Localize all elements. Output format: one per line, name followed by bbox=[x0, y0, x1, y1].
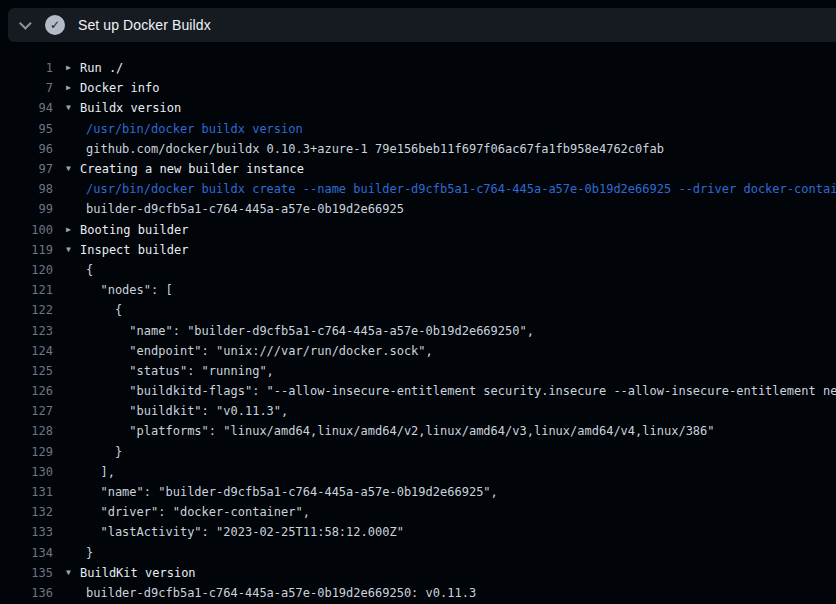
group-label: Docker info bbox=[80, 81, 159, 95]
line-number[interactable]: 134 bbox=[0, 546, 53, 560]
log-line: 95/usr/bin/docker buildx version bbox=[0, 119, 836, 139]
line-number[interactable]: 131 bbox=[0, 485, 53, 499]
output-text: "driver": "docker-container", bbox=[86, 505, 310, 519]
log-line: 134} bbox=[0, 543, 836, 563]
output-text: builder-d9cfb5a1-c764-445a-a57e-0b19d2e6… bbox=[86, 202, 404, 216]
log-line: 126 "buildkitd-flags": "--allow-insecure… bbox=[0, 381, 836, 401]
output-text: github.com/docker/buildx 0.10.3+azure-1 … bbox=[86, 142, 664, 156]
log-line: 121 "nodes": [ bbox=[0, 280, 836, 300]
output-text: "buildkit": "v0.11.3", bbox=[86, 404, 288, 418]
group-label: Booting builder bbox=[80, 223, 188, 237]
line-number[interactable]: 126 bbox=[0, 384, 53, 398]
line-number[interactable]: 119 bbox=[0, 243, 53, 257]
line-number[interactable]: 98 bbox=[0, 182, 53, 196]
line-number[interactable]: 136 bbox=[0, 586, 53, 600]
log-group-row[interactable]: 1▶Run ./ bbox=[0, 58, 836, 78]
line-number[interactable]: 96 bbox=[0, 142, 53, 156]
log-line: 136builder-d9cfb5a1-c764-445a-a57e-0b19d… bbox=[0, 583, 836, 603]
output-text: "status": "running", bbox=[86, 364, 274, 378]
group-label: BuildKit version bbox=[80, 566, 196, 580]
output-text: "platforms": "linux/amd64,linux/amd64/v2… bbox=[86, 424, 715, 438]
group-label: Buildx version bbox=[80, 101, 181, 115]
line-number[interactable]: 123 bbox=[0, 324, 53, 338]
line-number[interactable]: 97 bbox=[0, 162, 53, 176]
line-number[interactable]: 132 bbox=[0, 505, 53, 519]
line-number[interactable]: 121 bbox=[0, 283, 53, 297]
output-text: "endpoint": "unix:///var/run/docker.sock… bbox=[86, 344, 433, 358]
log-line: 120{ bbox=[0, 260, 836, 280]
triangle-right-icon[interactable]: ▶ bbox=[66, 78, 80, 98]
log-group-row[interactable]: 7▶Docker info bbox=[0, 78, 836, 98]
output-text: ], bbox=[86, 465, 115, 479]
triangle-down-icon[interactable]: ▼ bbox=[66, 240, 80, 260]
line-number[interactable]: 120 bbox=[0, 263, 53, 277]
log-group-row[interactable]: 135▼BuildKit version bbox=[0, 563, 836, 583]
log-line: 132 "driver": "docker-container", bbox=[0, 502, 836, 522]
triangle-right-icon[interactable]: ▶ bbox=[66, 58, 80, 78]
line-number[interactable]: 135 bbox=[0, 566, 53, 580]
output-text: { bbox=[86, 303, 122, 317]
check-circle-icon: ✓ bbox=[45, 15, 65, 35]
output-text: "buildkitd-flags": "--allow-insecure-ent… bbox=[86, 384, 836, 398]
line-number[interactable]: 128 bbox=[0, 424, 53, 438]
output-text: } bbox=[86, 445, 122, 459]
output-text: "lastActivity": "2023-02-25T11:58:12.000… bbox=[86, 525, 404, 539]
log-line: 123 "name": "builder-d9cfb5a1-c764-445a-… bbox=[0, 320, 836, 340]
group-label: Run ./ bbox=[80, 61, 123, 75]
log-group-row[interactable]: 97▼Creating a new builder instance bbox=[0, 159, 836, 179]
log-line: 99builder-d9cfb5a1-c764-445a-a57e-0b19d2… bbox=[0, 199, 836, 219]
command-text: /usr/bin/docker buildx version bbox=[86, 122, 303, 136]
triangle-down-icon[interactable]: ▼ bbox=[66, 563, 80, 583]
line-number[interactable]: 99 bbox=[0, 202, 53, 216]
log-line: 131 "name": "builder-d9cfb5a1-c764-445a-… bbox=[0, 482, 836, 502]
log-line: 124 "endpoint": "unix:///var/run/docker.… bbox=[0, 341, 836, 361]
output-text: } bbox=[86, 546, 93, 560]
line-number[interactable]: 100 bbox=[0, 223, 53, 237]
line-number[interactable]: 95 bbox=[0, 122, 53, 136]
log-group-row[interactable]: 100▶Booting builder bbox=[0, 220, 836, 240]
group-label: Creating a new builder instance bbox=[80, 162, 304, 176]
triangle-down-icon[interactable]: ▼ bbox=[66, 98, 80, 118]
line-number[interactable]: 1 bbox=[0, 61, 53, 75]
log-viewer: 1▶Run ./7▶Docker info94▼Buildx version95… bbox=[0, 42, 836, 604]
line-number[interactable]: 124 bbox=[0, 344, 53, 358]
output-text: "name": "builder-d9cfb5a1-c764-445a-a57e… bbox=[86, 324, 534, 338]
line-number[interactable]: 129 bbox=[0, 445, 53, 459]
log-group-row[interactable]: 119▼Inspect builder bbox=[0, 240, 836, 260]
line-number[interactable]: 94 bbox=[0, 101, 53, 115]
triangle-down-icon[interactable]: ▼ bbox=[66, 159, 80, 179]
line-number[interactable]: 133 bbox=[0, 525, 53, 539]
line-number[interactable]: 127 bbox=[0, 404, 53, 418]
line-number[interactable]: 125 bbox=[0, 364, 53, 378]
output-text: "name": "builder-d9cfb5a1-c764-445a-a57e… bbox=[86, 485, 498, 499]
chevron-down-icon[interactable] bbox=[19, 17, 32, 30]
command-text: /usr/bin/docker buildx create --name bui… bbox=[86, 182, 836, 196]
output-text: builder-d9cfb5a1-c764-445a-a57e-0b19d2e6… bbox=[86, 586, 476, 600]
log-group-row[interactable]: 94▼Buildx version bbox=[0, 98, 836, 118]
line-number[interactable]: 122 bbox=[0, 303, 53, 317]
log-line: 129 } bbox=[0, 442, 836, 462]
step-header[interactable]: ✓ Set up Docker Buildx bbox=[8, 8, 836, 42]
log-line: 130 ], bbox=[0, 462, 836, 482]
log-line: 133 "lastActivity": "2023-02-25T11:58:12… bbox=[0, 522, 836, 542]
step-title: Set up Docker Buildx bbox=[78, 17, 211, 33]
log-line: 122 { bbox=[0, 300, 836, 320]
output-text: "nodes": [ bbox=[86, 283, 173, 297]
triangle-right-icon[interactable]: ▶ bbox=[66, 220, 80, 240]
group-label: Inspect builder bbox=[80, 243, 188, 257]
log-line: 125 "status": "running", bbox=[0, 361, 836, 381]
log-line: 127 "buildkit": "v0.11.3", bbox=[0, 401, 836, 421]
output-text: { bbox=[86, 263, 93, 277]
log-line: 96github.com/docker/buildx 0.10.3+azure-… bbox=[0, 139, 836, 159]
line-number[interactable]: 7 bbox=[0, 81, 53, 95]
line-number[interactable]: 130 bbox=[0, 465, 53, 479]
log-line: 98/usr/bin/docker buildx create --name b… bbox=[0, 179, 836, 199]
log-line: 128 "platforms": "linux/amd64,linux/amd6… bbox=[0, 421, 836, 441]
